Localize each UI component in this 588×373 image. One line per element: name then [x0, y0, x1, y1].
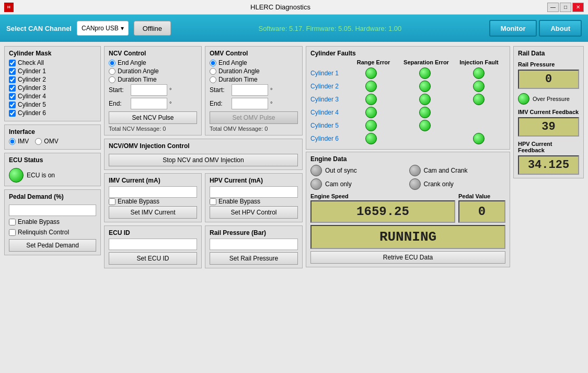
cyl2-inj-led — [473, 81, 485, 92]
injection-control-title: NCV/OMV Injection Control — [109, 142, 298, 150]
fault-row-6: Cylinder 6 — [310, 133, 505, 144]
hpv-bypass-checkbox[interactable] — [210, 198, 216, 205]
engine-speed-label: Engine Speed — [310, 193, 455, 199]
fault-cyl-1-label: Cylinder 1 — [310, 70, 344, 77]
omv-start-row: Start: 0.0 ° — [210, 84, 298, 96]
monitor-button[interactable]: Monitor — [489, 20, 537, 37]
check-all-label: Check All — [18, 59, 44, 66]
about-button[interactable]: About — [539, 20, 582, 37]
hpv-feedback-label: HPV Current Feedback — [518, 141, 579, 153]
cylinder-5-checkbox[interactable] — [9, 101, 16, 108]
imv-bypass-row: Enable Bypass — [109, 198, 197, 205]
close-button[interactable]: ✕ — [572, 3, 584, 12]
cyl2-range-led — [365, 81, 377, 92]
imv-bypass-checkbox[interactable] — [109, 198, 116, 205]
over-pressure-row: Over Pressure — [518, 93, 579, 105]
engine-data-section: Engine Data Out of sync Cam and Crank Ca… — [306, 152, 510, 267]
toolbar: Select CAN Channel CANpro USB ▾ Offline … — [0, 15, 588, 42]
set-rail-pressure-button[interactable]: Set Rail Pressure — [210, 252, 298, 265]
set-ncv-pulse-button[interactable]: Set NCV Pulse — [109, 111, 197, 124]
omv-control-section: OMV Control End Angle Duration Angle Dur… — [205, 46, 303, 135]
out-of-sync-item: Out of sync — [310, 165, 407, 176]
set-ecu-id-button[interactable]: Set ECU ID — [109, 252, 197, 265]
imv-feedback-label: IMV Current Feedback — [518, 109, 579, 115]
pedal-bypass-checkbox[interactable] — [9, 219, 16, 225]
cylinder-faults-section: Cylinder Faults Range Error Separation E… — [306, 46, 510, 150]
omv-end-angle-radio[interactable] — [210, 60, 216, 66]
fault-row-4: Cylinder 4 — [310, 107, 505, 118]
ncv-end-input[interactable] — [131, 98, 167, 109]
separation-error-header: Separation Error — [400, 59, 453, 65]
main-content: Cylinder Mask Check All Cylinder 1 Cylin… — [0, 42, 588, 373]
pedal-demand-title: Pedal Demand (%) — [9, 193, 96, 200]
ncv-control-section: NCV Control End Angle Duration Angle Dur… — [104, 46, 202, 135]
can-channel-select[interactable]: CANpro USB ▾ — [77, 21, 129, 36]
omv-radio[interactable] — [35, 138, 42, 145]
imv-label: IMV — [18, 138, 29, 145]
minimize-button[interactable]: — — [547, 3, 559, 12]
ncv-start-label: Start: — [109, 86, 129, 94]
ncv-end-angle-radio[interactable] — [109, 60, 116, 66]
imv-radio[interactable] — [9, 138, 16, 145]
injection-control-section: NCV/OMV Injection Control Stop NCV and O… — [104, 139, 303, 170]
crank-only-item: Crank only — [409, 178, 506, 190]
set-omv-pulse-button[interactable]: Set OMV Pulse — [210, 111, 298, 124]
rail-pressure-value: 0 — [518, 70, 579, 89]
pedal-bypass-label: Enable Bypass — [18, 218, 60, 225]
cylinder-2-label: Cylinder 2 — [18, 76, 46, 83]
window-title: HLERC Diagnostics — [14, 3, 547, 11]
cyl3-sep-led — [419, 94, 431, 105]
ncv-end-angle-label: End Angle — [118, 59, 146, 66]
cylinder-4-checkbox[interactable] — [9, 93, 16, 100]
cylinder-1-checkbox[interactable] — [9, 68, 16, 75]
rail-pressure-bar-title: Rail Pressure (Bar) — [210, 229, 298, 236]
cylinder-6-checkbox[interactable] — [9, 110, 16, 117]
maximize-button[interactable]: □ — [560, 3, 571, 12]
cylinder-2-checkbox[interactable] — [9, 76, 16, 83]
cam-only-item: Cam only — [310, 178, 407, 190]
ncv-end-label: End: — [109, 100, 129, 107]
ncv-duration-time-label: Duration Time — [118, 76, 157, 83]
pedal-demand-input[interactable]: 0.0 — [9, 205, 96, 216]
stop-injection-button[interactable]: Stop NCV and OMV Injection — [109, 154, 298, 166]
hpv-bypass-row: Enable Bypass — [210, 198, 298, 205]
ncv-start-input[interactable] — [131, 84, 167, 96]
cam-and-crank-label: Cam and Crank — [424, 167, 468, 174]
range-error-header: Range Error — [347, 59, 400, 65]
relinquish-checkbox[interactable] — [9, 229, 16, 236]
crank-only-led — [409, 178, 421, 190]
set-imv-current-button[interactable]: Set IMV Current — [109, 206, 197, 219]
ncv-start-deg: ° — [169, 87, 171, 93]
ecu-id-input[interactable]: 15 — [109, 239, 197, 250]
imv-current-input[interactable]: 2500.0 — [109, 186, 197, 198]
set-hpv-control-button[interactable]: Set HPV Control — [210, 206, 298, 219]
ecu-status-title: ECU Status — [9, 156, 96, 164]
offline-button[interactable]: Offline — [134, 21, 171, 36]
omv-start-deg: ° — [270, 87, 272, 93]
omv-duration-angle-radio[interactable] — [210, 68, 216, 75]
cylinder-3-checkbox[interactable] — [9, 85, 16, 92]
cylinder-5-label: Cylinder 5 — [18, 101, 46, 108]
hpv-current-input[interactable]: 100.0 — [210, 186, 298, 198]
omv-end-label: End: — [210, 100, 229, 107]
omv-duration-time-radio[interactable] — [210, 76, 216, 83]
imv-current-title: IMV Current (mA) — [109, 177, 197, 184]
check-all-checkbox[interactable] — [9, 60, 16, 66]
ncv-duration-time-radio[interactable] — [109, 76, 116, 83]
crank-only-label: Crank only — [424, 180, 454, 188]
retrieve-ecu-data-button[interactable]: Retrive ECU Data — [310, 251, 505, 264]
interface-section: Interface IMV OMV — [4, 125, 101, 150]
ecu-id-title: ECU ID — [109, 229, 197, 236]
omv-start-input[interactable]: 0.0 — [232, 84, 268, 96]
cylinder-2-row: Cylinder 2 — [9, 76, 96, 83]
cylinder-mask-section: Cylinder Mask Check All Cylinder 1 Cylin… — [4, 46, 101, 121]
rail-pressure-input[interactable]: 0.0 — [210, 239, 298, 250]
set-pedal-demand-button[interactable]: Set Pedal Demand — [9, 239, 96, 252]
rail-data-title: Rail Data — [518, 50, 579, 57]
ecu-status-row: ECU is on — [9, 168, 96, 183]
omv-end-input[interactable]: 0.5 — [232, 98, 268, 109]
ncv-duration-angle-radio[interactable] — [109, 68, 116, 75]
ecu-status-section: ECU Status ECU is on — [4, 153, 101, 186]
window-controls: — □ ✕ — [547, 3, 584, 12]
rail-pressure-section: Rail Pressure (Bar) 0.0 Set Rail Pressur… — [205, 225, 303, 268]
